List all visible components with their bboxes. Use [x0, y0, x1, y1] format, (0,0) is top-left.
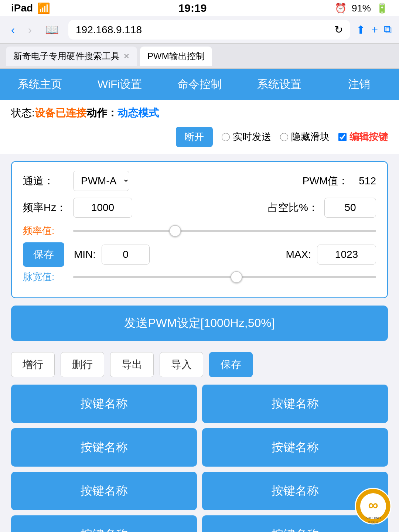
- status-left: iPad 📶: [11, 2, 50, 14]
- browser-bar: ‹ › 📖 192.168.9.118 ↻ ⬆ + ⧉: [0, 16, 399, 44]
- table-controls: 增行 删行 导出 导入 保存: [0, 348, 399, 381]
- status-prefix: 状态:: [11, 107, 35, 119]
- freq-label: 频率Hz：: [23, 201, 67, 215]
- grid-btn-2[interactable]: 按键名称: [202, 385, 388, 423]
- hide-slider-radio[interactable]: [280, 133, 288, 141]
- tabs-button[interactable]: ⧉: [384, 23, 392, 36]
- new-tab-button[interactable]: +: [371, 24, 378, 36]
- share-button[interactable]: ⬆: [356, 23, 365, 36]
- address-text: 192.168.9.118: [76, 24, 142, 36]
- arduino-logo: ∞ ARDUINO 中文社区: [355, 488, 392, 525]
- channel-select[interactable]: PWM-A PWM-B PWM-C: [74, 171, 129, 191]
- channel-label: 通道：: [23, 174, 67, 188]
- pwm-value-label: PWM值：: [303, 174, 348, 188]
- status-action-label: 动作：: [86, 107, 117, 119]
- nav-wifi[interactable]: WiFi设置: [80, 69, 160, 100]
- controls-bar: 断开 实时发送 隐藏滑块 编辑按键: [0, 123, 399, 154]
- disconnect-button[interactable]: 断开: [176, 127, 213, 147]
- grid-btn-5[interactable]: 按键名称: [11, 472, 197, 510]
- alarm-icon: ⏰: [335, 3, 347, 14]
- duty-input[interactable]: [324, 198, 376, 218]
- status-connected-text: 设备已连接: [35, 107, 86, 119]
- min-label: MIN:: [74, 249, 96, 260]
- bookmarks-button[interactable]: 📖: [41, 22, 62, 38]
- freq-slider-row: 频率值:: [23, 224, 376, 237]
- hide-slider-label[interactable]: 隐藏滑块: [280, 130, 330, 143]
- channel-select-wrapper[interactable]: PWM-A PWM-B PWM-C: [73, 171, 129, 191]
- save-button[interactable]: 保存: [23, 242, 64, 267]
- min-input[interactable]: [102, 245, 150, 265]
- nav-menu: 系统主页 WiFi设置 命令控制 系统设置 注销: [0, 69, 399, 100]
- edit-btn-label[interactable]: 编辑按键: [338, 130, 388, 143]
- tabs-row: 新奇电子专用硬件搜索工具 ✕ PWM输出控制: [0, 44, 399, 69]
- duty-label: 占空比%：: [268, 201, 318, 215]
- pulse-slider[interactable]: [73, 276, 376, 278]
- grid-btn-4[interactable]: 按键名称: [202, 428, 388, 467]
- battery-label: 91%: [352, 3, 371, 14]
- forward-button[interactable]: ›: [24, 22, 35, 38]
- pwm-control-box: 通道： PWM-A PWM-B PWM-C PWM值： 512 频率Hz： 占空…: [11, 161, 388, 298]
- grid-btn-1[interactable]: 按键名称: [11, 385, 197, 423]
- wifi-icon: 📶: [37, 2, 50, 14]
- send-btn-wrapper: 发送PWM设定[1000Hz,50%]: [11, 306, 388, 341]
- status-right: ⏰ 91% 🔋: [335, 3, 388, 14]
- channel-row: 通道： PWM-A PWM-B PWM-C PWM值： 512: [23, 171, 376, 191]
- grid-btn-3[interactable]: 按键名称: [11, 428, 197, 467]
- max-label: MAX:: [286, 249, 311, 260]
- realtime-label[interactable]: 实时发送: [222, 130, 271, 143]
- back-button[interactable]: ‹: [7, 22, 18, 38]
- time-display: 19:19: [178, 2, 207, 14]
- max-input[interactable]: [317, 245, 376, 265]
- grid-btn-7[interactable]: 按键名称: [11, 515, 197, 532]
- minmax-row: 保存 MIN: MAX:: [23, 242, 376, 267]
- realtime-radio[interactable]: [222, 133, 230, 141]
- send-pwm-button[interactable]: 发送PWM设定[1000Hz,50%]: [11, 306, 388, 341]
- tab-pwm-label: PWM输出控制: [147, 50, 205, 62]
- tab-pwm-control[interactable]: PWM输出控制: [140, 47, 212, 66]
- reload-icon[interactable]: ↻: [334, 24, 343, 36]
- pulse-slider-row: 脉宽值:: [23, 270, 376, 283]
- address-bar[interactable]: 192.168.9.118 ↻: [68, 20, 350, 40]
- nav-settings[interactable]: 系统设置: [239, 69, 319, 100]
- pwm-value-number: 512: [359, 175, 376, 187]
- import-button[interactable]: 导入: [160, 352, 203, 377]
- svg-text:ARDUINO: ARDUINO: [365, 516, 381, 520]
- edit-btn-checkbox[interactable]: [338, 133, 347, 141]
- save-table-button[interactable]: 保存: [209, 352, 253, 377]
- nav-command[interactable]: 命令控制: [160, 69, 239, 100]
- svg-text:∞: ∞: [368, 497, 378, 513]
- add-row-button[interactable]: 增行: [11, 352, 55, 377]
- device-label: iPad: [11, 2, 33, 14]
- status-line: 状态:设备已连接动作：动态模式: [0, 100, 399, 123]
- svg-text:中文社区: 中文社区: [368, 521, 378, 524]
- delete-row-button[interactable]: 删行: [61, 352, 104, 377]
- pulse-slider-label: 脉宽值:: [23, 270, 67, 283]
- freq-slider-label: 频率值:: [23, 224, 67, 237]
- status-bar: iPad 📶 19:19 ⏰ 91% 🔋: [0, 0, 399, 16]
- tab-close-1[interactable]: ✕: [123, 52, 130, 61]
- battery-icon: 🔋: [376, 3, 388, 14]
- button-grid: 按键名称 按键名称 按键名称 按键名称 按键名称 按键名称 按键名称 按键名称 …: [11, 385, 388, 532]
- freq-input[interactable]: [73, 198, 132, 218]
- freq-duty-row: 频率Hz： 占空比%：: [23, 198, 376, 218]
- status-mode-text: 动态模式: [117, 107, 159, 119]
- export-button[interactable]: 导出: [110, 352, 154, 377]
- tab-hardware-label: 新奇电子专用硬件搜索工具: [13, 50, 120, 62]
- nav-logout[interactable]: 注销: [319, 69, 399, 100]
- nav-home[interactable]: 系统主页: [0, 69, 80, 100]
- tab-hardware-search[interactable]: 新奇电子专用硬件搜索工具 ✕: [6, 47, 137, 66]
- freq-slider[interactable]: [73, 230, 376, 232]
